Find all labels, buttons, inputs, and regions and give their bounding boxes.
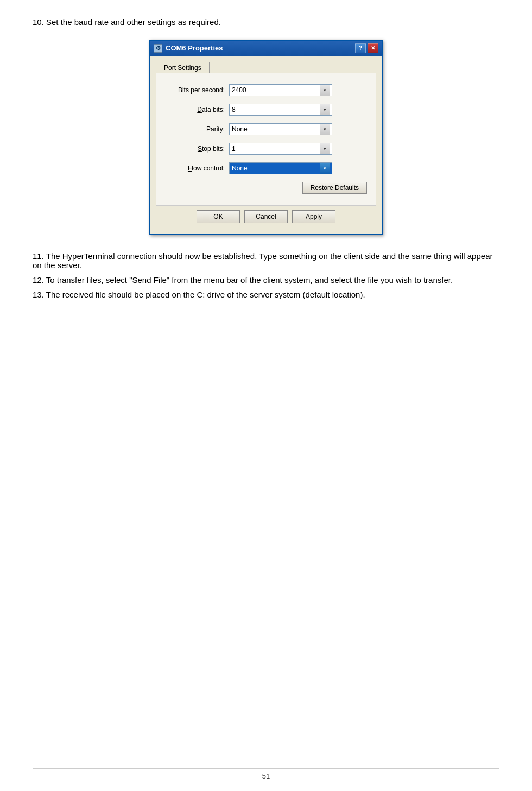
step-11: 11. The HyperTerminal connection should … — [33, 251, 499, 270]
data-bits-value: 8 — [232, 106, 320, 113]
tab-panel: Bits per second: 2400 ▾ Data bits: 8 ▾ — [156, 73, 376, 205]
data-bits-select[interactable]: 8 ▾ — [229, 104, 332, 116]
dialog-bottom-buttons: OK Cancel Apply — [156, 205, 376, 229]
bits-per-second-select[interactable]: 2400 ▾ — [229, 84, 332, 96]
steps-section: 11. The HyperTerminal connection should … — [33, 251, 499, 299]
dialog-titlebar-buttons: ? ✕ — [355, 43, 378, 53]
apply-button[interactable]: Apply — [292, 210, 335, 223]
step-12-number: 12. — [33, 275, 44, 284]
dialog-title-left: ⚙ COM6 Properties — [154, 44, 223, 53]
step-13-number: 13. — [33, 290, 44, 299]
data-bits-arrow[interactable]: ▾ — [320, 104, 330, 115]
page-number: 51 — [262, 772, 270, 780]
bits-per-second-row: Bits per second: 2400 ▾ — [165, 84, 367, 96]
parity-value: None — [232, 125, 320, 133]
flow-control-arrow[interactable]: ▾ — [320, 163, 330, 174]
flow-control-label: Flow control: — [165, 164, 225, 172]
step-11-number: 11. — [33, 251, 44, 261]
dialog-title-text: COM6 Properties — [166, 44, 223, 52]
parity-label: Parity: — [165, 125, 225, 133]
dialog-content: Port Settings Bits per second: 2400 ▾ Da… — [150, 56, 382, 234]
close-button[interactable]: ✕ — [368, 43, 378, 53]
step-13-body: The received file should be placed on th… — [46, 290, 365, 299]
tab-bar: Port Settings — [156, 61, 376, 73]
flow-control-value: None — [232, 164, 320, 172]
parity-arrow[interactable]: ▾ — [320, 124, 330, 135]
dialog-titlebar: ⚙ COM6 Properties ? ✕ — [150, 41, 382, 56]
step-12-text: 12. To transfer files, select "Send File… — [33, 275, 499, 284]
bits-per-second-label: Bits per second: — [165, 86, 225, 94]
data-bits-label: Data bits: — [165, 106, 225, 113]
flow-control-select[interactable]: None ▾ — [229, 162, 332, 174]
step-12: 12. To transfer files, select "Send File… — [33, 275, 499, 284]
data-bits-row: Data bits: 8 ▾ — [165, 104, 367, 116]
parity-row: Parity: None ▾ — [165, 123, 367, 135]
port-settings-tab[interactable]: Port Settings — [156, 62, 210, 73]
stop-bits-label: Stop bits: — [165, 145, 225, 153]
flow-control-row: Flow control: None ▾ — [165, 162, 367, 174]
cancel-button[interactable]: Cancel — [244, 210, 288, 223]
dialog-wrapper: ⚙ COM6 Properties ? ✕ Port Settings Bits… — [33, 40, 499, 235]
stop-bits-arrow[interactable]: ▾ — [320, 143, 330, 154]
step-10-text: 10. Set the baud rate and other settings… — [33, 16, 499, 29]
step-13: 13. The received file should be placed o… — [33, 290, 499, 299]
ok-button[interactable]: OK — [197, 210, 240, 223]
stop-bits-value: 1 — [232, 145, 320, 153]
bits-per-second-arrow[interactable]: ▾ — [320, 85, 330, 96]
restore-defaults-button[interactable]: Restore Defaults — [302, 182, 367, 194]
parity-select[interactable]: None ▾ — [229, 123, 332, 135]
restore-defaults-row: Restore Defaults — [165, 182, 367, 194]
stop-bits-select[interactable]: 1 ▾ — [229, 143, 332, 155]
help-button[interactable]: ? — [355, 43, 366, 53]
stop-bits-row: Stop bits: 1 ▾ — [165, 143, 367, 155]
step-13-text: 13. The received file should be placed o… — [33, 290, 499, 299]
page-footer: 51 — [33, 768, 499, 780]
com6-properties-dialog: ⚙ COM6 Properties ? ✕ Port Settings Bits… — [149, 40, 383, 235]
step-11-text: 11. The HyperTerminal connection should … — [33, 251, 499, 270]
bits-per-second-value: 2400 — [232, 86, 320, 94]
dialog-title-icon: ⚙ — [154, 44, 162, 53]
step-12-body: To transfer files, select "Send File" fr… — [46, 275, 453, 284]
step-11-body: The HyperTerminal connection should now … — [33, 251, 492, 270]
